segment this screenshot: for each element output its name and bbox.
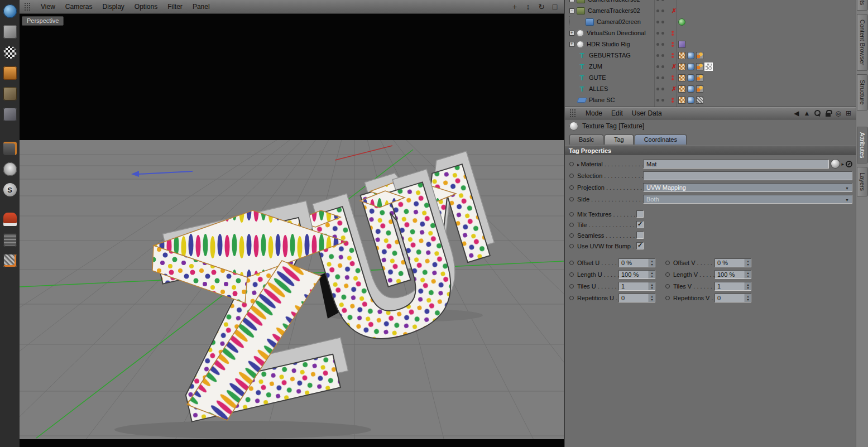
panel-grip-handle[interactable] <box>569 109 576 118</box>
visibility-dots[interactable] <box>656 9 664 12</box>
keyframe-dot[interactable] <box>665 296 670 300</box>
up-arrow-icon[interactable]: ▲ <box>804 109 811 117</box>
seamless-checkbox[interactable] <box>636 232 644 239</box>
spinner-arrows-icon[interactable]: ▴▾ <box>745 294 751 302</box>
material-field[interactable]: Mat <box>643 160 829 169</box>
phong-tag[interactable] <box>687 97 694 104</box>
menu-options[interactable]: Options <box>130 3 162 11</box>
back-arrow-icon[interactable]: ◀ <box>794 109 799 117</box>
offset-u-field[interactable]: 0 %▴▾ <box>618 258 655 267</box>
mix-textures-checkbox[interactable] <box>636 210 644 218</box>
disclosure-triangle-icon[interactable]: ▸ <box>577 162 580 167</box>
state-dots-icon[interactable] <box>672 97 674 103</box>
menu-mode[interactable]: Mode <box>581 109 607 117</box>
spinner-arrows-icon[interactable]: ▴▾ <box>745 259 751 267</box>
spinner-arrows-icon[interactable]: ▴▾ <box>649 282 655 290</box>
tiles-v-field[interactable]: 1▴▾ <box>714 282 751 291</box>
visibility-dots[interactable] <box>656 76 664 79</box>
lock-grid-icon[interactable] <box>3 233 17 247</box>
search-icon[interactable] <box>814 110 821 117</box>
visibility-dots[interactable] <box>656 65 664 68</box>
magnet-snap-icon[interactable] <box>3 213 17 226</box>
globe-tag[interactable] <box>678 18 685 26</box>
texture-selected-tag[interactable] <box>705 63 712 70</box>
object-row[interactable]: +VirtualSun Directional <box>565 27 856 39</box>
offset-v-field[interactable]: 0 %▴▾ <box>714 258 751 267</box>
visibility-dots[interactable] <box>656 99 664 102</box>
object-row[interactable]: TZUM✗ <box>565 61 856 72</box>
state-dots-icon[interactable] <box>672 75 674 81</box>
cube-primitive-icon[interactable] <box>3 25 17 39</box>
repetitions-v-field[interactable]: 0▴▾ <box>714 294 751 302</box>
keyframe-dot[interactable] <box>569 162 574 166</box>
panel-grip-handle[interactable] <box>24 2 30 11</box>
phong-tag[interactable] <box>687 85 694 93</box>
maximize-view-icon[interactable]: □ <box>550 2 559 11</box>
render-settings-icon[interactable] <box>3 46 17 59</box>
menu-user-data[interactable]: User Data <box>627 109 666 117</box>
texture-tag[interactable] <box>678 52 685 59</box>
material-preview-icon[interactable] <box>831 160 840 168</box>
texture-tag[interactable] <box>678 63 685 70</box>
hatch-tag[interactable] <box>696 97 703 104</box>
minus-expander-icon[interactable]: - <box>569 8 574 13</box>
visibility-dots[interactable] <box>656 54 664 57</box>
menu-edit[interactable]: Edit <box>607 109 627 117</box>
length-u-field[interactable]: 100 %▴▾ <box>618 270 655 279</box>
menu-view[interactable]: View <box>36 3 60 11</box>
object-row[interactable]: -CameraTrackers02✗ <box>565 5 856 16</box>
state-dots-icon[interactable] <box>672 52 674 59</box>
use-uvw-for-bump-checkbox[interactable] <box>636 242 644 249</box>
texture-tag[interactable] <box>678 74 685 81</box>
keyframe-dot[interactable] <box>569 284 574 289</box>
minus-expander-icon[interactable]: - <box>569 0 574 2</box>
object-row[interactable]: TGUTE <box>565 72 856 83</box>
uvw-tag[interactable] <box>696 63 703 70</box>
object-row[interactable]: TGEBURTSTAG <box>565 50 856 61</box>
state-dots-icon[interactable] <box>672 41 674 47</box>
length-v-field[interactable]: 100 %▴▾ <box>714 270 751 279</box>
texture-tag[interactable] <box>678 85 685 93</box>
spinner-arrows-icon[interactable]: ▴▾ <box>649 294 655 302</box>
keyframe-dot[interactable] <box>569 174 574 178</box>
keyframe-dot[interactable] <box>569 244 574 248</box>
side-tab-content-browser[interactable]: Content Browser <box>857 14 868 71</box>
tab-coordinates[interactable]: Coordinates <box>635 134 687 145</box>
texture-tag[interactable] <box>678 97 685 104</box>
keyframe-dot[interactable] <box>665 261 670 265</box>
phong-tag[interactable] <box>687 63 694 70</box>
rotate-view-icon[interactable]: ↻ <box>537 2 546 11</box>
soft-selection-icon[interactable] <box>3 183 17 196</box>
selection-field[interactable] <box>643 171 852 180</box>
keyframe-dot[interactable] <box>569 233 574 238</box>
keyframe-dot[interactable] <box>569 223 574 227</box>
tab-basic[interactable]: Basic <box>569 134 603 145</box>
visibility-dots[interactable] <box>656 0 664 1</box>
keyframe-dot[interactable] <box>569 261 574 265</box>
visibility-dots[interactable] <box>656 43 664 46</box>
menu-cameras[interactable]: Cameras <box>60 3 98 11</box>
material-icon[interactable] <box>3 66 17 80</box>
phong-tag[interactable] <box>687 52 694 59</box>
tab-tag[interactable]: Tag <box>605 134 634 145</box>
object-row[interactable]: TALLES✗ <box>565 83 856 94</box>
modeling-icon[interactable] <box>3 108 17 121</box>
uvw-tag[interactable] <box>696 74 703 81</box>
axis-tool-icon[interactable] <box>3 142 17 155</box>
side-tab-structure[interactable]: Structure <box>857 74 868 110</box>
uvw-tag[interactable] <box>696 52 703 59</box>
spinner-arrows-icon[interactable]: ▴▾ <box>745 282 751 290</box>
menu-panel[interactable]: Panel <box>188 3 215 11</box>
material-menu-arrow-icon[interactable]: ▸ <box>841 161 844 167</box>
state-dots-icon[interactable] <box>672 30 674 36</box>
side-tab-layers[interactable]: Layers <box>857 167 868 196</box>
keyframe-dot[interactable] <box>569 197 574 201</box>
keyframe-dot[interactable] <box>569 296 574 300</box>
scene-objects-icon[interactable] <box>3 87 17 100</box>
spinner-arrows-icon[interactable]: ▴▾ <box>649 271 655 278</box>
visibility-dots[interactable] <box>656 88 664 90</box>
lock-icon[interactable] <box>826 113 831 117</box>
new-panel-icon[interactable]: ⊞ <box>846 109 851 117</box>
keyframe-dot[interactable] <box>665 272 670 277</box>
keyframe-dot[interactable] <box>569 212 574 217</box>
